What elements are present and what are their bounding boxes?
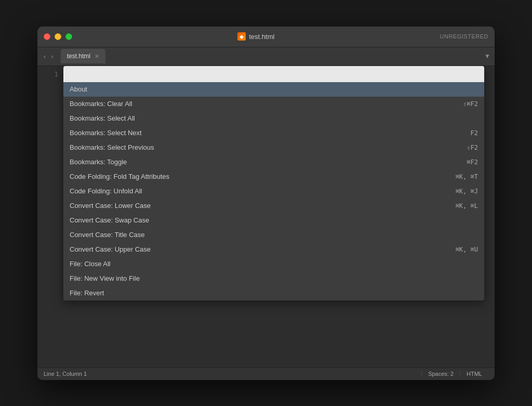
command-item-shortcut: ⌘K, ⌘T	[456, 173, 478, 180]
minimize-button[interactable]	[55, 33, 61, 40]
main-window: ◈ test.html UNREGISTERED ‹ › test.html ✕…	[37, 27, 495, 380]
statusbar-syntax[interactable]: HTML	[460, 371, 488, 377]
nav-back-button[interactable]: ‹	[42, 51, 48, 61]
nav-arrows: ‹ ›	[42, 51, 56, 61]
editor-area: 1 AboutBookmarks: Clear All⇧⌘F2Bookmarks…	[37, 66, 495, 368]
app-icon: ◈	[237, 32, 246, 41]
command-item[interactable]: File: Close All	[63, 257, 484, 271]
command-item-label: Code Folding: Fold Tag Attributes	[70, 173, 445, 180]
titlebar-filename: test.html	[249, 33, 274, 41]
command-item-label: Bookmarks: Select Next	[70, 129, 460, 137]
command-item-label: Convert Case: Swap Case	[70, 216, 478, 224]
command-item[interactable]: Bookmarks: Select All	[63, 111, 484, 126]
line-number-1: 1	[37, 70, 58, 78]
command-item[interactable]: Bookmarks: Select NextF2	[63, 126, 484, 140]
statusbar-right: Spaces: 2 HTML	[421, 371, 488, 377]
command-item-label: File: Close All	[70, 260, 478, 268]
command-item-label: Convert Case: Lower Case	[70, 202, 445, 209]
command-item-shortcut: F2	[471, 129, 478, 137]
command-item-shortcut: ⌘K, ⌘J	[456, 188, 478, 195]
command-palette: AboutBookmarks: Clear All⇧⌘F2Bookmarks: …	[63, 66, 484, 300]
close-button[interactable]	[44, 33, 50, 40]
command-item-label: Convert Case: Title Case	[70, 231, 478, 239]
command-item-label: Bookmarks: Select All	[70, 114, 478, 122]
maximize-button[interactable]	[65, 33, 72, 40]
titlebar: ◈ test.html UNREGISTERED	[37, 27, 495, 47]
command-item[interactable]: Convert Case: Title Case	[63, 228, 484, 242]
command-search-input[interactable]	[63, 66, 484, 82]
line-numbers: 1	[37, 66, 63, 368]
command-list: AboutBookmarks: Clear All⇧⌘F2Bookmarks: …	[63, 82, 484, 300]
command-item-label: File: Revert	[70, 289, 478, 297]
tab-close-button[interactable]: ✕	[95, 54, 99, 59]
command-item[interactable]: File: Revert	[63, 286, 484, 300]
command-item[interactable]: Bookmarks: Clear All⇧⌘F2	[63, 97, 484, 111]
command-item[interactable]: Bookmarks: Toggle⌘F2	[63, 155, 484, 169]
tabbar: ‹ › test.html ✕ ▼	[37, 47, 495, 66]
command-item-shortcut: ⇧⌘F2	[463, 100, 478, 108]
command-item[interactable]: Bookmarks: Select Previous⇧F2	[63, 140, 484, 155]
command-item[interactable]: Code Folding: Fold Tag Attributes⌘K, ⌘T	[63, 169, 484, 184]
command-item-label: Bookmarks: Toggle	[70, 158, 456, 166]
tab-dropdown-button[interactable]: ▼	[484, 53, 490, 60]
editor-content[interactable]: AboutBookmarks: Clear All⇧⌘F2Bookmarks: …	[63, 66, 495, 368]
statusbar: Line 1, Column 1 Spaces: 2 HTML	[37, 368, 495, 380]
command-item-shortcut: ⌘K, ⌘L	[456, 202, 478, 209]
command-item-label: Code Folding: Unfold All	[70, 187, 445, 195]
command-item[interactable]: Convert Case: Lower Case⌘K, ⌘L	[63, 199, 484, 213]
traffic-lights	[44, 33, 72, 40]
command-item-shortcut: ⌘K, ⌘U	[456, 246, 478, 253]
statusbar-spaces[interactable]: Spaces: 2	[421, 371, 460, 377]
nav-forward-button[interactable]: ›	[49, 51, 55, 61]
unregistered-label: UNREGISTERED	[440, 33, 488, 40]
command-item-label: Convert Case: Upper Case	[70, 245, 445, 253]
command-item-label: Bookmarks: Select Previous	[70, 143, 456, 151]
statusbar-position: Line 1, Column 1	[44, 371, 421, 377]
tab-label: test.html	[67, 53, 90, 60]
command-item-label: About	[70, 85, 478, 93]
command-item-shortcut: ⇧F2	[467, 144, 478, 151]
command-item[interactable]: Convert Case: Swap Case	[63, 213, 484, 228]
command-item-label: Bookmarks: Clear All	[70, 100, 453, 108]
command-item-label: File: New View into File	[70, 274, 478, 282]
command-item-shortcut: ⌘F2	[467, 159, 478, 166]
command-item[interactable]: File: New View into File	[63, 271, 484, 286]
tab-test-html[interactable]: test.html ✕	[61, 49, 105, 63]
command-item[interactable]: Convert Case: Upper Case⌘K, ⌘U	[63, 242, 484, 257]
command-item[interactable]: Code Folding: Unfold All⌘K, ⌘J	[63, 184, 484, 199]
command-item[interactable]: About	[63, 82, 484, 97]
titlebar-center: ◈ test.html	[72, 32, 440, 41]
